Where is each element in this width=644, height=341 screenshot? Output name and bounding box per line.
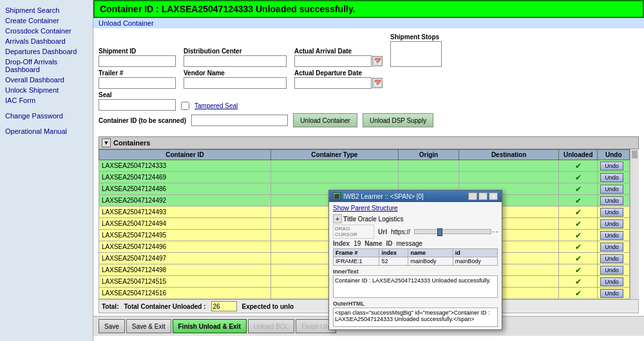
vendor-name-input[interactable]: [184, 77, 287, 89]
table-scrollbar[interactable]: [630, 149, 639, 299]
popup-controls: _ □ ✕: [468, 192, 498, 200]
url-slider: - -: [414, 228, 498, 235]
popup-app-icon: ⬛: [333, 192, 341, 200]
sidebar-item-change-password[interactable]: Change Password: [3, 111, 90, 121]
drag-cursor-label: DRAG CURSOR: [333, 225, 374, 239]
popup-index-name-row: Index 19 Name ID message: [333, 240, 498, 247]
table-row: LAXSEA25047124469 ✔ Undo: [99, 172, 630, 183]
unloaded-cell: ✔: [559, 195, 598, 207]
sidebar-item-departures-dashboard[interactable]: Departures Dashboard: [3, 46, 90, 57]
form-row-1: Shipment ID Distribution Center Actual A…: [99, 33, 639, 67]
sidebar-item-iac-form[interactable]: IAC Form: [3, 95, 90, 106]
sidebar-item-unlock-shipment[interactable]: Unlock Shipment: [3, 85, 90, 95]
undo-button[interactable]: Undo: [600, 289, 623, 298]
unloaded-cell: ✔: [559, 207, 598, 218]
undo-cell: Undo: [598, 207, 630, 218]
show-parent-structure-link[interactable]: Show Parent Structure: [333, 205, 498, 212]
container-id-cell: LAXSEA25047124333: [99, 160, 271, 172]
tampered-seal-link[interactable]: Tampered Seal: [194, 102, 238, 109]
seal-input[interactable]: [99, 99, 176, 111]
sidebar-item-dropoff-arrivals[interactable]: Drop-Off Arrivals Dashboard: [3, 57, 90, 75]
unload-container-button[interactable]: Unload Container: [293, 113, 357, 127]
plus-icon: +: [333, 214, 342, 223]
distribution-center-field: Distribution Center: [184, 48, 287, 67]
vendor-name-label: Vendor Name: [184, 69, 287, 77]
sidebar-item-shipment-search[interactable]: Shipment Search: [3, 5, 90, 15]
sidebar-item-crossdock-container[interactable]: Crossdock Container: [3, 26, 90, 36]
shipment-stops-box: [390, 41, 442, 67]
shipment-id-input[interactable]: [99, 55, 176, 67]
departure-calendar-icon[interactable]: 📅: [372, 78, 383, 88]
unloaded-cell: ✔: [559, 241, 598, 253]
trailer-input[interactable]: [99, 77, 176, 89]
undo-cell: Undo: [598, 183, 630, 195]
undo-button[interactable]: Undo: [600, 231, 623, 240]
popup-frame-table: Frame # index name id IFRAME:1 52 mainBo…: [333, 248, 498, 266]
undo-button[interactable]: Undo: [600, 254, 623, 263]
distribution-center-input[interactable]: [184, 55, 287, 67]
container-id-cell: LAXSEA25047124515: [99, 276, 271, 288]
popup-col-id: id: [453, 249, 497, 257]
popup-id-label: ID: [386, 240, 393, 247]
shipment-id-field: Shipment ID: [99, 48, 176, 67]
popup-maximize-button[interactable]: □: [478, 192, 488, 200]
undo-button[interactable]: Undo: [600, 266, 623, 275]
container-scan-label: Container ID (to be scanned): [99, 117, 186, 124]
container-scan-input[interactable]: [191, 115, 288, 126]
actual-departure-date-label: Actual Departure Date: [294, 69, 383, 77]
undo-button[interactable]: Undo: [600, 219, 623, 228]
unloaded-cell: ✔: [559, 183, 598, 195]
unloaded-cell: ✔: [559, 264, 598, 276]
sidebar-item-arrivals-dashboard[interactable]: Arrivals Dashboard: [3, 36, 90, 46]
arrival-calendar-icon[interactable]: 📅: [372, 56, 383, 66]
unload-dsp-button[interactable]: Unload DSP Supply: [363, 113, 433, 127]
undo-button[interactable]: Undo: [600, 161, 623, 170]
popup-minimize-button[interactable]: _: [468, 192, 477, 200]
popup-col-index: index: [379, 249, 408, 257]
origin-cell: [398, 172, 459, 183]
undo-button[interactable]: Undo: [600, 277, 623, 286]
sidebar-item-create-container[interactable]: Create Container: [3, 15, 90, 26]
sidebar-item-operational-manual[interactable]: Operational Manual: [3, 126, 90, 136]
sidebar-item-overall-dashboard[interactable]: Overall Dashboard: [3, 75, 90, 85]
undo-button[interactable]: Undo: [600, 243, 623, 252]
actual-arrival-date-input[interactable]: [294, 55, 372, 67]
vendor-name-field: Vendor Name: [184, 69, 287, 89]
container-scan-row: Container ID (to be scanned) Unload Cont…: [99, 113, 639, 127]
container-type-cell: [270, 172, 398, 183]
slider-track[interactable]: [414, 229, 491, 234]
tampered-seal-checkbox[interactable]: [181, 102, 189, 110]
finish-unload-exit-button[interactable]: Finish Unload & Exit: [173, 319, 247, 333]
containers-header: ▼ Containers: [99, 136, 639, 149]
save-exit-button[interactable]: Save & Exit: [126, 319, 171, 333]
actual-departure-date-input[interactable]: [294, 77, 372, 89]
undo-button[interactable]: Undo: [600, 173, 623, 182]
popup-close-button[interactable]: ✕: [489, 192, 498, 200]
undo-button[interactable]: Undo: [600, 208, 623, 217]
undo-cell: Undo: [598, 264, 630, 276]
iwb2-popup: ⬛ IWB2 Learner :: <SPAN> [0] _ □ ✕ Show …: [328, 190, 502, 330]
destination-cell: [459, 160, 559, 172]
undo-cell: Undo: [598, 195, 630, 207]
popup-innertext-label: InnerText: [333, 268, 498, 275]
form-row-2: Trailer # Vendor Name Actual Departure D…: [99, 69, 639, 89]
undo-button[interactable]: Undo: [600, 196, 623, 205]
undo-button[interactable]: Undo: [600, 185, 623, 194]
shipment-stops-label: Shipment Stops: [390, 33, 442, 41]
breadcrumb[interactable]: Unload Container: [93, 18, 644, 28]
shipment-stops-field: Shipment Stops: [390, 33, 442, 67]
popup-id-cell: mainBody: [453, 257, 497, 266]
success-banner: Container ID : LAXSEA25047124333 Unloade…: [93, 0, 644, 18]
seal-row: Seal Tampered Seal: [99, 91, 639, 111]
form-area: Shipment ID Distribution Center Actual A…: [93, 28, 644, 136]
save-button[interactable]: Save: [99, 319, 125, 333]
popup-outerhtml-label: OuterHTML: [333, 300, 498, 307]
slider-thumb[interactable]: [437, 228, 442, 236]
undo-cell: Undo: [598, 172, 630, 183]
popup-col-name: name: [408, 249, 453, 257]
popup-frame-cell: IFRAME:1: [334, 257, 379, 266]
collapse-button[interactable]: ▼: [102, 138, 111, 147]
popup-col-frame: Frame #: [334, 249, 379, 257]
total-count-input[interactable]: [211, 301, 237, 311]
containers-header-label: Containers: [113, 139, 150, 147]
